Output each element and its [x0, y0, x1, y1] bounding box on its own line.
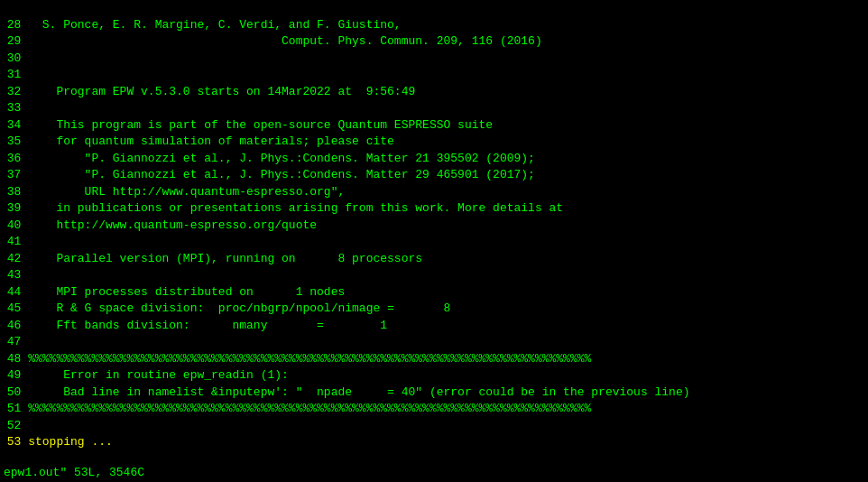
terminal-line: 37 "P. Giannozzi et al., J. Phys.:Conden…	[0, 167, 868, 184]
lines-container: 28 S. Ponce, E. R. Margine, C. Verdi, an…	[0, 0, 868, 451]
terminal-line: 32 Program EPW v.5.3.0 starts on 14Mar20…	[0, 84, 868, 101]
terminal-line: 51 %%%%%%%%%%%%%%%%%%%%%%%%%%%%%%%%%%%%%…	[0, 401, 868, 418]
terminal-line: 47	[0, 334, 868, 351]
terminal-line: 45 R & G space division: proc/nbgrp/npoo…	[0, 301, 868, 318]
status-text: epw1.out" 53L, 3546C	[4, 465, 144, 481]
terminal-line: 30	[0, 51, 868, 68]
terminal-line	[0, 0, 868, 17]
terminal: 28 S. Ponce, E. R. Margine, C. Verdi, an…	[0, 0, 868, 482]
terminal-line: 39 in publications or presentations aris…	[0, 200, 868, 218]
terminal-line: 44 MPI processes distributed on 1 nodes	[0, 284, 868, 301]
status-bar: epw1.out" 53L, 3546C	[0, 464, 868, 482]
terminal-line: 41	[0, 234, 868, 251]
terminal-line: 31	[0, 67, 868, 84]
terminal-line: 53 stopping ...	[0, 434, 868, 451]
terminal-line: 36 "P. Giannozzi et al., J. Phys.:Conden…	[0, 151, 868, 168]
terminal-line: 46 Fft bands division: nmany = 1	[0, 318, 868, 335]
terminal-line: 38 URL http://www.quantum-espresso.org",	[0, 184, 868, 201]
terminal-line: 50 Bad line in namelist &inputepw': " np…	[0, 385, 868, 402]
terminal-line: 49 Error in routine epw_readin (1):	[0, 367, 868, 385]
terminal-line: 28 S. Ponce, E. R. Margine, C. Verdi, an…	[0, 17, 868, 34]
terminal-line: 43	[0, 267, 868, 284]
terminal-line: 29 Comput. Phys. Commun. 209, 116 (2016)	[0, 33, 868, 51]
terminal-line: 40 http://www.quantum-espresso.org/quote	[0, 218, 868, 235]
terminal-line: 48 %%%%%%%%%%%%%%%%%%%%%%%%%%%%%%%%%%%%%…	[0, 351, 868, 368]
terminal-line: 34 This program is part of the open-sour…	[0, 117, 868, 134]
terminal-line: 35 for quantum simulation of materials; …	[0, 134, 868, 151]
terminal-line: 52	[0, 418, 868, 435]
terminal-line: 42 Parallel version (MPI), running on 8 …	[0, 251, 868, 268]
terminal-line: 33	[0, 100, 868, 117]
